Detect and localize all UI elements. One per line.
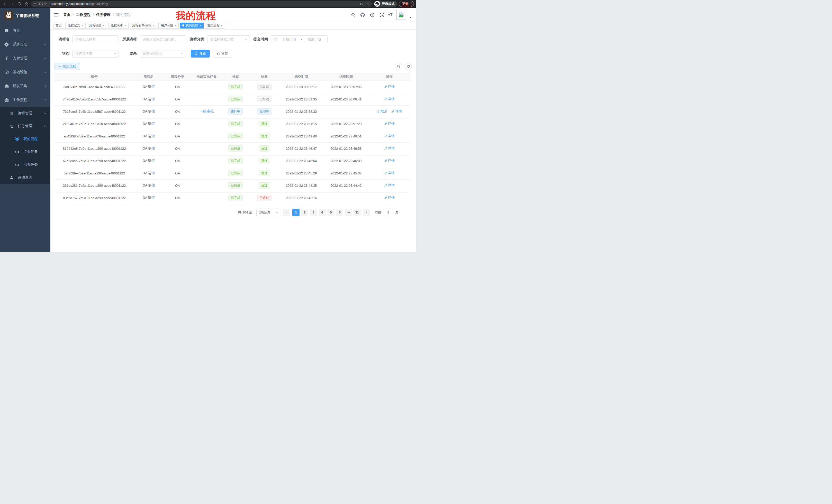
sidebar-item-process-mgmt[interactable]: 流程管理 — [0, 107, 50, 120]
breadcrumb-home[interactable]: 首页 — [63, 12, 71, 17]
forward-icon[interactable] — [9, 1, 15, 7]
help-icon[interactable]: ? — [369, 12, 375, 18]
avatar[interactable] — [396, 10, 406, 20]
detail-link[interactable]: 详情 — [384, 146, 395, 151]
breadcrumb-task-mgmt[interactable]: 任务管理 — [96, 12, 110, 17]
tab-start-process[interactable]: 发起流程× — [205, 23, 225, 29]
chevron-down-icon — [181, 52, 184, 55]
detail-link[interactable]: 详情 — [384, 97, 395, 102]
home-icon[interactable] — [24, 1, 29, 7]
search-icon[interactable] — [350, 12, 356, 18]
update-button[interactable]: 更新 — [399, 1, 414, 7]
page-size-select[interactable]: 10条/页 — [256, 209, 281, 216]
back-icon[interactable] — [2, 1, 8, 7]
close-icon[interactable]: × — [81, 24, 83, 27]
sidebar-item-done-tasks[interactable]: 已办任务 — [0, 158, 50, 171]
detail-link[interactable]: 详情 — [384, 85, 395, 89]
update-label: 更新 — [402, 2, 409, 6]
status-badge: 已完成 — [228, 96, 243, 102]
page-button[interactable]: 1 — [292, 209, 300, 216]
font-size-icon[interactable]: TT — [389, 12, 393, 17]
sidebar-item-system[interactable]: 系统管理 — [0, 37, 50, 51]
more-pages-button[interactable]: ··· — [345, 209, 352, 216]
close-icon[interactable]: × — [221, 24, 223, 27]
detail-link[interactable]: 详情 — [384, 121, 395, 126]
tab-process-form-edit[interactable]: 流程表单-编辑× — [130, 23, 157, 29]
close-icon[interactable]: × — [174, 24, 176, 27]
sidebar-item-task-mgmt[interactable]: 任务管理 — [0, 120, 50, 133]
col-current-task: 当前审批任务 — [192, 73, 221, 81]
sidebar-item-devtools[interactable]: 研发工具 — [0, 79, 50, 93]
sidebar-item-leave-query[interactable]: 请假查询 — [0, 171, 50, 184]
key-icon[interactable] — [359, 2, 364, 6]
submit-time-label: 提交时间 — [253, 37, 268, 41]
chevron-down-icon[interactable] — [409, 16, 412, 19]
cancel-link[interactable]: 取消 — [377, 109, 387, 114]
sidebar-item-home[interactable]: 首页 — [0, 24, 50, 37]
goto-page-input[interactable] — [383, 209, 393, 216]
submit-time-range[interactable]: 开始日期 - 结束日期 — [271, 35, 328, 43]
sidebar-item-payment[interactable]: ¥ 支付管理 — [0, 51, 50, 65]
tab-process-model[interactable]: 流程模型× — [87, 23, 107, 29]
refresh-list-button[interactable] — [405, 63, 412, 70]
tab-my-process[interactable]: 我的流程× — [180, 23, 204, 29]
page-button[interactable]: 4 — [318, 209, 326, 216]
page-button[interactable]: 5 — [327, 209, 335, 216]
close-icon[interactable]: × — [124, 24, 126, 27]
cell-submit-time: 2022-01-22 23:44:35 — [279, 179, 324, 192]
page-button[interactable]: 6 — [336, 209, 343, 216]
tab-process-form[interactable]: 流程表单× — [108, 23, 129, 29]
github-icon[interactable] — [360, 12, 366, 18]
result-badge: 通过 — [259, 170, 270, 176]
table-header-row: 编号 流程名 流程分类 当前审批任务 状态 结果 提交时间 结束时间 操作 — [54, 73, 411, 81]
breadcrumb-separator: / — [93, 13, 94, 17]
next-page-button[interactable] — [363, 209, 370, 216]
detail-link[interactable]: 详情 — [391, 109, 402, 114]
detail-link[interactable]: 详情 — [384, 183, 395, 188]
detail-link[interactable]: 详情 — [384, 171, 395, 175]
process-name-input[interactable] — [75, 37, 116, 41]
chevron-left-icon — [285, 211, 288, 214]
cell-category: OA — [163, 192, 192, 204]
bookmark-star-icon[interactable]: ☆ — [366, 2, 369, 6]
sidebar-item-my-process[interactable]: 我的流程 — [0, 133, 50, 145]
tab-process-definition[interactable]: 流程定义× — [65, 23, 86, 29]
col-end-time: 结束时间 — [324, 73, 368, 81]
close-icon[interactable]: × — [153, 24, 155, 27]
sidebar-item-infra[interactable]: 基础设施 — [0, 65, 50, 79]
prev-page-button[interactable] — [283, 209, 290, 216]
kebab-menu-icon[interactable] — [411, 2, 412, 6]
cell-category: OA — [163, 155, 192, 167]
incognito-icon — [374, 1, 380, 7]
process-def-input[interactable] — [143, 37, 183, 41]
sidebar-item-workflow[interactable]: 工作流程 — [0, 93, 50, 107]
reset-button[interactable]: 重置 — [213, 50, 232, 58]
toolbox-icon — [4, 84, 9, 88]
category-select[interactable]: 请选择流程分类 — [207, 35, 250, 43]
url-bar[interactable]: 不安全 dashboard.yudao.iocoder.cn/bpm/task/… — [31, 1, 372, 7]
status-select[interactable]: 请选择状态 — [73, 50, 119, 58]
breadcrumb-workflow[interactable]: 工作流程 — [76, 12, 90, 17]
tab-home[interactable]: 首页 — [53, 23, 64, 29]
security-chip[interactable]: 不安全 — [33, 2, 49, 6]
page-button[interactable]: 11 — [354, 209, 361, 216]
hamburger-icon[interactable] — [53, 12, 59, 18]
page-button[interactable]: 2 — [301, 209, 308, 216]
result-select[interactable]: 请选择流结果 — [140, 50, 186, 58]
search-button[interactable]: 搜索 — [191, 50, 210, 58]
detail-link[interactable]: 详情 — [384, 134, 395, 138]
tab-user-group[interactable]: 用户分组× — [158, 23, 179, 29]
page-button[interactable]: 3 — [310, 209, 317, 216]
fullscreen-icon[interactable] — [379, 12, 385, 18]
reload-icon[interactable] — [17, 1, 22, 7]
close-icon[interactable]: × — [199, 24, 201, 27]
sidebar-item-todo-tasks[interactable]: 待办任务 — [0, 145, 50, 158]
detail-link[interactable]: 详情 — [384, 195, 395, 200]
status-badge: 已完成 — [228, 133, 243, 139]
detail-link[interactable]: 详情 — [384, 159, 395, 163]
current-task-link[interactable]: 一级审批 — [200, 109, 214, 113]
create-process-button[interactable]: 发起流程 — [54, 63, 80, 70]
toggle-search-button[interactable] — [395, 63, 402, 70]
app-logo-row[interactable]: 芋道管理系统 — [0, 8, 50, 24]
close-icon[interactable]: × — [103, 24, 105, 27]
